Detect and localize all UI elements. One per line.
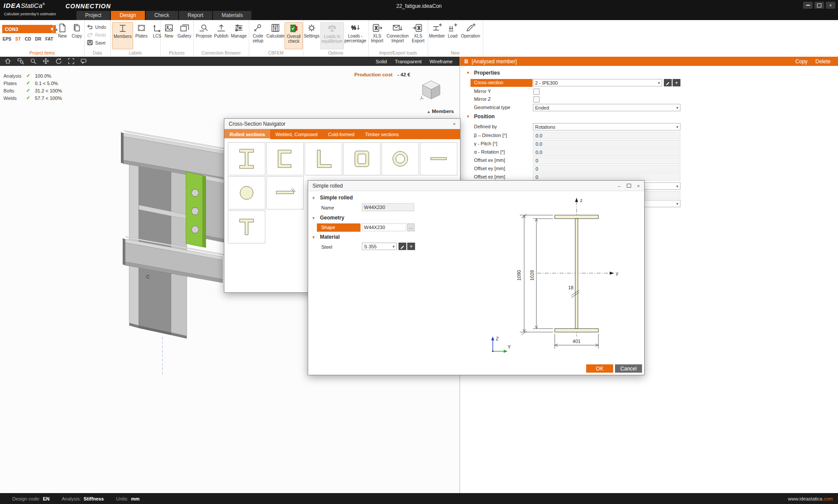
project-item-selector[interactable]: CON3▾	[2, 25, 56, 33]
section-thumbnail-round-bar[interactable]	[228, 176, 265, 209]
display-mode-solid[interactable]: Solid	[376, 59, 387, 64]
mirror-z-checkbox[interactable]	[533, 96, 539, 103]
new-load-button[interactable]: Load	[446, 22, 460, 48]
website-link[interactable]: www.ideastatica.com	[788, 496, 833, 501]
tab-welded-composed[interactable]: Welded, Composed	[270, 129, 323, 139]
section-thumbnail-i[interactable]	[228, 142, 265, 175]
tab-project[interactable]: Project	[76, 11, 110, 20]
mode-fat[interactable]: FAT	[45, 37, 53, 41]
panel-delete-button[interactable]: Delete	[815, 58, 831, 65]
mode-cd[interactable]: CD	[25, 37, 31, 41]
publish-button[interactable]: Publish	[213, 22, 230, 48]
svg-text:X: X	[375, 26, 378, 31]
overall-check-button[interactable]: Overall check	[285, 22, 303, 49]
members-panel-toggle[interactable]: ▴Members	[393, 109, 454, 114]
shape-row-selected[interactable]: Shape	[317, 223, 361, 232]
tab-materials[interactable]: Materials	[213, 11, 252, 20]
simple-rolled-title-bar[interactable]: Simple rolled – ×	[308, 181, 644, 191]
fit-view-icon[interactable]	[68, 58, 75, 65]
tab-rolled-sections[interactable]: Rolled sections	[224, 129, 270, 139]
calculate-button[interactable]: Calculate	[267, 22, 284, 48]
offset-ex-field[interactable]: 0	[533, 157, 680, 164]
geometrical-type-dropdown[interactable]: Ended▾	[533, 104, 680, 111]
labels-plates-button[interactable]: Plates	[133, 22, 150, 48]
manage-button[interactable]: Manage	[230, 22, 247, 48]
redo-button[interactable]: Redo	[87, 31, 106, 38]
zoom-icon[interactable]	[30, 58, 37, 65]
section-geometry[interactable]: ▼Geometry	[312, 215, 344, 221]
maximize-button[interactable]	[814, 2, 824, 9]
edit-cross-section-button[interactable]	[664, 79, 672, 86]
tab-design[interactable]: Design	[111, 11, 144, 20]
shape-input[interactable]	[362, 223, 406, 231]
offset-ey-field[interactable]: 0	[533, 165, 680, 172]
orientation-cube[interactable]	[419, 78, 443, 103]
add-cross-section-button[interactable]: +	[673, 79, 680, 86]
xls-export-button[interactable]: X XLS Export	[410, 22, 426, 48]
close-icon[interactable]: ×	[453, 121, 456, 127]
close-button[interactable]: ×	[826, 2, 835, 9]
dialog-minimize-icon[interactable]: –	[618, 183, 620, 189]
offset-ez-field[interactable]: 0	[533, 173, 680, 181]
section-thumbnail-flat[interactable]	[420, 142, 457, 175]
labels-members-button[interactable]: Members	[112, 22, 133, 49]
section-simple-rolled[interactable]: ▼Simple rolled	[312, 195, 353, 201]
section-thumbnail-channel[interactable]	[266, 142, 304, 175]
dialog-maximize-icon[interactable]	[627, 183, 631, 189]
settings-button[interactable]: Settings	[304, 22, 319, 48]
defined-by-dropdown[interactable]: Rotations▾	[533, 123, 680, 130]
label-tag-icon[interactable]	[80, 58, 88, 65]
tab-check[interactable]: Check	[146, 11, 178, 20]
section-thumbnail-rhs[interactable]	[343, 142, 381, 175]
mirror-y-checkbox[interactable]	[533, 89, 539, 95]
save-button[interactable]: Save	[87, 39, 106, 46]
panel-copy-button[interactable]: Copy	[795, 58, 807, 65]
section-thumbnail-angle[interactable]	[305, 142, 342, 175]
new-operation-button[interactable]: Operation	[460, 22, 481, 48]
navigator-title-bar[interactable]: Cross-Section Navigator ×	[224, 119, 460, 129]
rotate-icon[interactable]	[55, 58, 62, 65]
home-view-icon[interactable]	[4, 58, 11, 65]
alpha-field[interactable]: 0.0	[533, 148, 680, 156]
beta-field[interactable]: 0.0	[533, 132, 680, 139]
picture-new-button[interactable]: New	[162, 22, 176, 48]
add-material-button[interactable]: +	[407, 243, 415, 250]
copy-item-button[interactable]: Copy	[70, 22, 83, 48]
tab-cold-formed[interactable]: Cold-formed	[323, 129, 360, 139]
tab-report[interactable]: Report	[179, 11, 212, 20]
mode-dr[interactable]: DR	[35, 37, 41, 41]
edit-material-button[interactable]	[398, 243, 406, 250]
display-mode-wireframe[interactable]: Wireframe	[429, 59, 453, 64]
new-item-button[interactable]: New	[56, 22, 69, 48]
code-setup-button[interactable]: Code setup	[250, 22, 266, 48]
xls-import-button[interactable]: X XLS Import	[369, 22, 385, 48]
section-thumbnail-tee[interactable]	[228, 210, 265, 243]
steel-grade-dropdown[interactable]: S 355▾	[362, 243, 397, 250]
zoom-window-icon[interactable]	[17, 58, 24, 65]
undo-button[interactable]: Undo	[87, 24, 106, 30]
connection-import-button[interactable]: Connection Import	[386, 22, 409, 48]
picture-gallery-button[interactable]: Gallery	[176, 22, 192, 48]
mode-st[interactable]: ST	[15, 37, 21, 41]
section-thumbnail-chs[interactable]	[381, 142, 419, 175]
copy-icon	[71, 22, 82, 34]
ok-button[interactable]: OK	[586, 364, 613, 373]
loads-percentage-button[interactable]: % Loads - percentage	[343, 22, 367, 48]
section-material[interactable]: ▼Material	[312, 234, 340, 240]
mode-eps[interactable]: EPS	[3, 37, 11, 41]
cross-section-label[interactable]: Cross-section	[471, 79, 532, 87]
display-mode-transparent[interactable]: Transparent	[395, 59, 422, 64]
loads-equilibrium-button[interactable]: Loads in equilibrium	[320, 22, 344, 49]
minimize-button[interactable]	[803, 2, 813, 9]
propose-button[interactable]: Propose	[195, 22, 213, 48]
name-input[interactable]	[362, 203, 414, 211]
cancel-button[interactable]: Cancel	[615, 364, 642, 373]
pan-icon[interactable]	[42, 58, 49, 65]
cross-section-dropdown[interactable]: 2 - IPE300▾	[533, 79, 662, 86]
section-thumbnail-plate[interactable]	[266, 176, 304, 209]
browse-shape-button[interactable]: ...	[407, 223, 415, 231]
dialog-close-icon[interactable]: ×	[637, 183, 640, 189]
gamma-field[interactable]: 0.0	[533, 140, 680, 147]
new-member-button[interactable]: Member	[429, 22, 445, 48]
tab-timber-sections[interactable]: Timber sections	[360, 129, 404, 139]
